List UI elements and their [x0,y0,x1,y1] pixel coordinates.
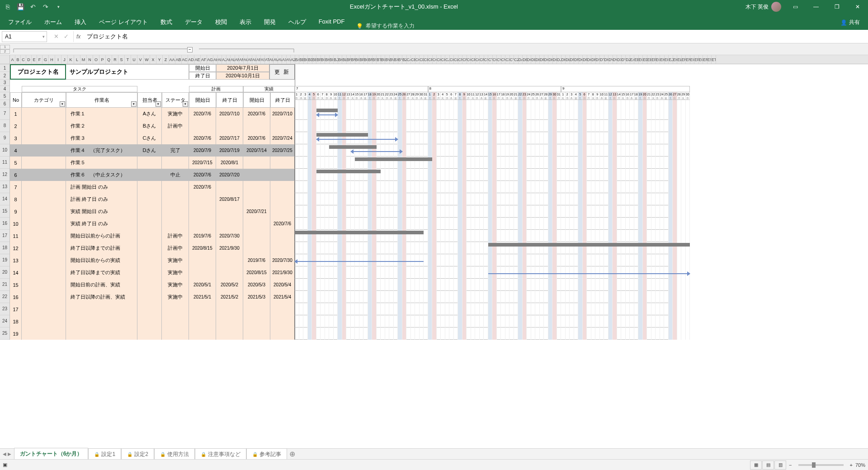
filter-dropdown-icon[interactable]: ▾ [131,101,137,107]
column-headers[interactable]: ABCDEFGHIJKLMNOPQRSTUVWXYZAAABACADAEAFAG… [0,55,868,64]
sheet-tab[interactable]: 🔒注意事項など [195,448,246,460]
project-name-label[interactable]: プロジェクト名 [10,64,66,80]
sheet-tabs-bar: ◀ ▶ ガントチャート（6か月） 🔒設定1🔒設定2🔒使用方法🔒注意事項など🔒参考… [0,448,868,459]
lock-icon: 🔒 [160,452,165,457]
actual-end-header[interactable]: 終了日 [270,92,295,108]
macro-record-icon[interactable]: ▣ [3,462,7,468]
lightbulb-icon: 💡 [356,23,363,29]
gantt-date-header: 71水2木3金4土5日6月7火8水9木10金11土12日13月14火15水16木… [295,86,868,108]
plan-end-header[interactable]: 終了日 [216,92,243,108]
zoom-slider[interactable] [798,464,844,466]
formula-input[interactable] [83,31,868,42]
tell-me-placeholder: 希望する作業を入力 [366,22,415,30]
outline-symbols: 12 − [0,43,868,55]
plan-start-header[interactable]: 開始日 [189,92,216,108]
gantt-actual-bar [316,139,398,140]
ribbon-tab[interactable]: ファイル [2,14,38,30]
plan-group-header: 計画 [189,86,243,92]
no-header[interactable]: No [10,92,22,108]
gantt-chart-area[interactable]: 71水2木3金4土5日6月7火8水9木10金11土12日13月14火15水16木… [295,64,868,340]
lock-icon: 🔒 [201,452,206,457]
ribbon-tab[interactable]: 開発 [258,14,282,30]
status-header[interactable]: ステータ▾ [162,92,189,108]
formula-bar: A1 ✕ ✓ fx [0,30,868,43]
autosave-icon[interactable]: ⎘ [2,1,14,13]
ribbon: ファイルホーム挿入ページ レイアウト数式データ校閲表示開発ヘルプFoxit PD… [0,14,868,30]
status-bar: ▣ ▦ ▤ ▥ − + 70% [0,459,868,470]
ribbon-tab[interactable]: 挿入 [68,14,93,30]
tab-navigation[interactable]: ◀ ▶ [0,451,14,456]
user-name: 木下 英俊 [745,3,769,11]
fx-icon[interactable]: fx [74,33,83,40]
gantt-plan-bar [295,231,424,234]
filter-dropdown-icon[interactable]: ▾ [156,101,161,107]
ribbon-tab[interactable]: 数式 [154,14,179,30]
select-all-corner[interactable] [0,55,10,64]
tell-me-search[interactable]: 💡 希望する作業を入力 [351,22,420,30]
outline-collapse-button[interactable]: − [187,47,193,52]
update-button[interactable]: 更 新 [269,64,295,80]
filter-dropdown-icon[interactable]: ▾ [183,101,188,107]
start-date-value[interactable]: 2020年7月1日 [216,64,269,72]
actual-start-header[interactable]: 開始日 [243,92,270,108]
normal-view-icon[interactable]: ▦ [750,461,762,470]
page-layout-view-icon[interactable]: ▤ [762,461,774,470]
start-date-label[interactable]: 開始日 [189,64,216,72]
qat-customize-icon[interactable]: ▾ [52,1,64,13]
page-break-view-icon[interactable]: ▥ [774,461,786,470]
maximize-button[interactable]: ❐ [826,0,847,14]
sheet-tab[interactable]: 🔒参考記事 [246,448,287,460]
taskname-header[interactable]: 作業名▾ [66,92,137,108]
outline-levels[interactable]: 12 [0,45,10,54]
end-date-label[interactable]: 終了日 [189,72,216,80]
ribbon-display-options-icon[interactable]: ▭ [785,0,806,14]
row-headers[interactable]: 123 456 78910111213141516171819202122232… [0,64,10,340]
ribbon-tab[interactable]: データ [179,14,209,30]
worksheet-grid[interactable]: ABCDEFGHIJKLMNOPQRSTUVWXYZAAABACADAEAFAG… [0,55,868,448]
gantt-actual-bar [295,261,424,262]
lock-icon: 🔒 [127,452,132,457]
enter-formula-icon[interactable]: ✓ [61,33,71,40]
zoom-out-icon[interactable]: − [786,462,794,468]
zoom-in-icon[interactable]: + [847,462,855,468]
save-icon[interactable]: 💾 [14,1,26,13]
window-title: Excelガントチャート_v1_00.xlsm - Excel [66,3,742,11]
gantt-plan-bar [316,170,381,173]
share-button[interactable]: 👤 共有 [834,15,866,30]
sheet-tab-active[interactable]: ガントチャート（6か月） [14,448,89,461]
zoom-level[interactable]: 70% [855,462,865,468]
ribbon-tab[interactable]: 校閲 [209,14,233,30]
gantt-plan-bar [316,109,338,112]
ribbon-tab[interactable]: ホーム [38,14,68,30]
gantt-plan-bar [316,133,368,137]
gantt-actual-bar [316,114,338,115]
ribbon-tab[interactable]: 表示 [233,14,258,30]
minimize-button[interactable]: — [806,0,826,14]
undo-icon[interactable]: ↶ [27,1,39,13]
assignee-header[interactable]: 担当者▾ [137,92,162,108]
sheet-tab[interactable]: 🔒使用方法 [154,448,195,460]
sheet-tab[interactable]: 🔒設定1 [88,448,121,460]
quick-access-toolbar: ⎘ 💾 ↶ ↷ ▾ [0,1,66,13]
gantt-actual-bar [351,151,402,152]
gantt-plan-bar [488,243,690,247]
name-box[interactable]: A1 [2,31,47,42]
ribbon-tab[interactable]: ページ レイアウト [93,14,154,30]
user-avatar [771,2,781,12]
titlebar: ⎘ 💾 ↶ ↷ ▾ Excelガントチャート_v1_00.xlsm - Exce… [0,0,868,14]
new-sheet-button[interactable]: ⊕ [287,449,298,460]
project-name-value[interactable]: サンプルプロジェクト [66,64,189,80]
lock-icon: 🔒 [94,452,99,457]
ribbon-tab[interactable]: Foxit PDF [312,14,351,30]
end-date-value[interactable]: 2020年10月1日 [216,72,269,80]
ribbon-tab[interactable]: ヘルプ [282,14,312,30]
category-header[interactable]: カテゴリ▾ [22,92,66,108]
filter-dropdown-icon[interactable]: ▾ [60,101,65,107]
redo-icon[interactable]: ↷ [40,1,52,13]
cancel-formula-icon[interactable]: ✕ [52,33,61,40]
user-account[interactable]: 木下 英俊 [742,2,785,12]
sheet-tab[interactable]: 🔒設定2 [121,448,154,460]
share-icon: 👤 [840,19,847,26]
actual-group-header: 実績 [243,86,295,92]
close-button[interactable]: ✕ [847,0,868,14]
